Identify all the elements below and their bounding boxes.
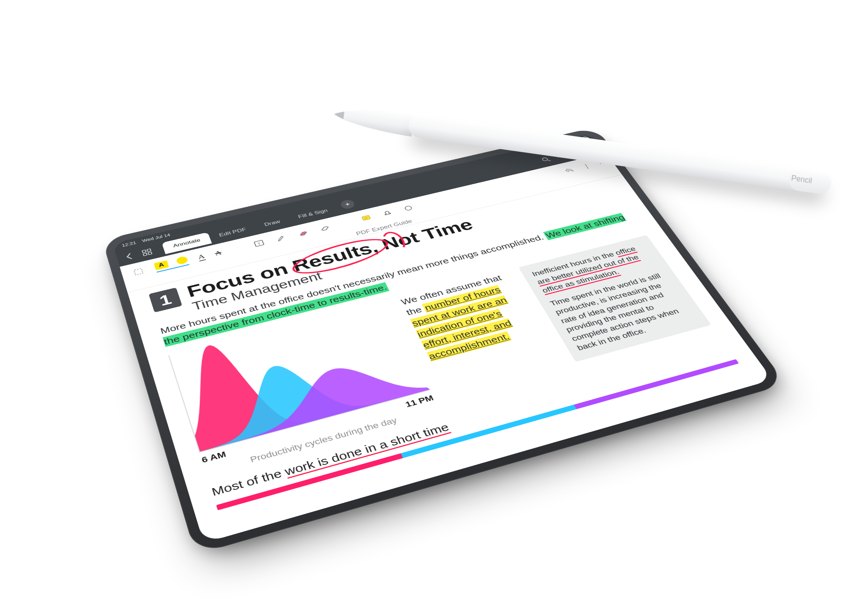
ipad-device: 12:21 Wed Jul 14 xyxy=(102,127,786,555)
chart-canvas xyxy=(169,301,430,451)
closing-a: Most of the xyxy=(210,466,287,497)
highlight-group: A xyxy=(153,255,189,272)
close-toolbar-button[interactable]: × xyxy=(596,159,605,166)
productivity-chart: 6 AM 11 PM Productivity cycles during th… xyxy=(168,301,440,477)
section-number-badge: 1 xyxy=(148,287,182,312)
shape-tool-icon[interactable] xyxy=(401,203,416,213)
sidebar-callout: Inefficient hours in the office are bett… xyxy=(518,235,711,362)
stamp-tool-icon[interactable] xyxy=(380,208,395,218)
svg-point-4 xyxy=(542,157,548,161)
svg-rect-0 xyxy=(142,250,146,253)
text-box-tool-icon[interactable]: T xyxy=(251,238,266,248)
svg-rect-2 xyxy=(143,253,147,256)
highlight-text-tool[interactable]: A xyxy=(153,260,169,270)
pencil-brand-label: Pencil xyxy=(791,174,812,185)
highlight-color-swatch[interactable] xyxy=(175,255,188,265)
closing-sentence: Most of the work is done in a short time xyxy=(210,343,731,498)
svg-text:T: T xyxy=(257,241,261,245)
svg-rect-7 xyxy=(134,268,143,275)
status-time: 12:21 xyxy=(121,240,136,247)
page-spread-icon[interactable] xyxy=(570,148,583,156)
ipad-screen: 12:21 Wed Jul 14 xyxy=(113,133,773,543)
wifi-icon xyxy=(564,141,572,145)
thumbnails-icon[interactable] xyxy=(141,248,153,257)
svg-rect-10 xyxy=(361,215,370,220)
text-size-icon[interactable]: AA xyxy=(555,152,568,159)
undo-button[interactable] xyxy=(561,165,577,175)
chart-x-end: 11 PM xyxy=(404,393,435,409)
search-icon[interactable] xyxy=(539,156,552,164)
add-tab-button[interactable]: + xyxy=(339,199,356,210)
pen-tool-icon[interactable] xyxy=(273,233,288,243)
back-button[interactable] xyxy=(123,252,136,261)
mid-paragraph: We often assume that the number of hours… xyxy=(399,270,543,363)
underline-tool[interactable]: A xyxy=(196,252,205,261)
svg-point-11 xyxy=(404,205,412,211)
eraser-outline-tool-icon[interactable] xyxy=(317,223,332,233)
svg-rect-3 xyxy=(148,252,152,254)
eraser-tool-icon[interactable] xyxy=(295,228,310,238)
battery-icon xyxy=(574,136,589,143)
chart-caption: Productivity cycles during the day xyxy=(204,404,440,477)
more-icon[interactable]: ••• xyxy=(585,145,598,153)
section-color-bar xyxy=(216,359,739,510)
sticky-note-tool-icon[interactable] xyxy=(358,213,373,223)
selection-tool-icon[interactable] xyxy=(131,266,146,277)
chart-x-start: 6 AM xyxy=(200,449,227,465)
strikethrough-tool[interactable]: A xyxy=(214,249,222,257)
red-underline-annotation-2[interactable]: work is done in a short time xyxy=(283,421,451,478)
svg-rect-1 xyxy=(147,249,150,252)
